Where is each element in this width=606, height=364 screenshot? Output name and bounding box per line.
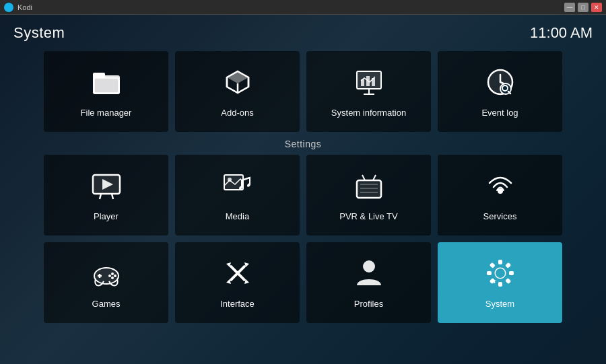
- tile-system[interactable]: System: [438, 242, 562, 323]
- profiles-label: Profiles: [354, 299, 383, 309]
- tile-player[interactable]: Player: [44, 155, 168, 235]
- services-icon: [484, 170, 516, 206]
- games-icon: [90, 257, 123, 293]
- system-label: System: [485, 299, 514, 309]
- tile-add-ons[interactable]: Add-ons: [175, 51, 300, 132]
- media-icon: [222, 170, 254, 206]
- svg-rect-64: [487, 271, 492, 275]
- svg-point-49: [108, 275, 111, 277]
- page-title: System: [13, 24, 65, 42]
- file-manager-label: File manager: [81, 108, 132, 118]
- window-title: Kodi: [4, 3, 32, 12]
- event-log-label: Event log: [481, 108, 518, 118]
- event-log-icon: [484, 66, 516, 102]
- tile-system-information[interactable]: System information: [306, 51, 431, 132]
- bottom-row: Games Interface: [13, 242, 593, 323]
- svg-rect-61: [505, 278, 511, 284]
- system-information-icon: [353, 66, 385, 102]
- window-controls[interactable]: — □ ✕: [564, 3, 602, 12]
- window-title-text: Kodi: [18, 3, 32, 11]
- svg-rect-59: [505, 262, 511, 268]
- tile-media[interactable]: Media: [175, 155, 300, 235]
- add-ons-icon: [222, 66, 254, 102]
- add-ons-label: Add-ons: [221, 108, 253, 118]
- close-button[interactable]: ✕: [591, 3, 602, 12]
- tile-games[interactable]: Games: [44, 242, 168, 323]
- window-chrome: Kodi — □ ✕: [0, 0, 606, 15]
- player-label: Player: [94, 211, 119, 221]
- top-row: File manager Add-ons: [13, 51, 593, 132]
- player-icon: [90, 170, 123, 206]
- services-label: Services: [483, 211, 517, 221]
- app-area: System 11:00 AM File manager: [0, 15, 606, 364]
- svg-point-47: [114, 275, 116, 277]
- tile-pvr-live-tv[interactable]: PVR & Live TV: [306, 155, 431, 235]
- kodi-logo-icon: [4, 3, 13, 12]
- profiles-icon: [353, 257, 385, 293]
- tile-file-manager[interactable]: File manager: [44, 51, 168, 132]
- pvr-live-tv-label: PVR & Live TV: [339, 211, 397, 221]
- svg-rect-65: [489, 262, 495, 268]
- tile-interface[interactable]: Interface: [175, 242, 300, 323]
- svg-rect-58: [498, 260, 502, 264]
- interface-icon: [222, 257, 254, 293]
- svg-rect-35: [357, 180, 381, 198]
- minimize-button[interactable]: —: [564, 3, 575, 12]
- svg-point-48: [111, 277, 114, 279]
- settings-section-label: Settings: [13, 139, 593, 149]
- tile-event-log[interactable]: Event log: [438, 51, 562, 132]
- games-label: Games: [92, 299, 121, 309]
- maximize-button[interactable]: □: [578, 3, 588, 12]
- pvr-live-tv-icon: [353, 170, 385, 206]
- svg-marker-5: [227, 71, 248, 83]
- media-label: Media: [226, 211, 249, 221]
- system-information-label: System information: [331, 108, 406, 118]
- tile-profiles[interactable]: Profiles: [306, 242, 431, 323]
- svg-rect-62: [498, 282, 502, 287]
- file-manager-icon: [90, 66, 123, 102]
- svg-rect-60: [509, 271, 514, 275]
- clock: 11:00 AM: [530, 24, 593, 42]
- system-icon: [484, 257, 516, 293]
- settings-row: Player Media: [13, 155, 593, 235]
- interface-label: Interface: [220, 299, 255, 309]
- svg-point-66: [496, 268, 505, 278]
- svg-point-46: [111, 272, 114, 275]
- tile-services[interactable]: Services: [438, 155, 562, 235]
- header: System 11:00 AM: [13, 24, 593, 42]
- svg-point-56: [363, 260, 375, 272]
